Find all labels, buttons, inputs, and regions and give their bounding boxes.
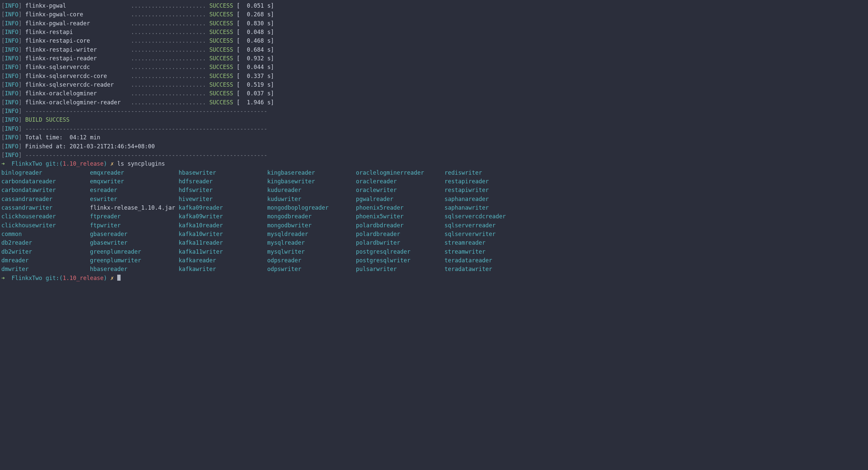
module-name: flinkx-pgwal-reader [25, 20, 131, 27]
terminal-line: [INFO] flinkx-restapi-reader ...........… [1, 54, 867, 63]
ls-entry: postgresqlreader [356, 248, 444, 255]
cursor[interactable] [117, 275, 121, 281]
ls-entry: polardbdreader [356, 222, 444, 229]
build-time: [ 1.946 s] [233, 99, 274, 106]
bracket-close: ] [18, 11, 25, 18]
ls-entry: mysqldreader [267, 231, 356, 237]
log-level: INFO [5, 37, 18, 44]
log-level: INFO [5, 11, 18, 18]
log-level: INFO [5, 108, 18, 114]
module-name: flinkx-oraclelogminer-reader [25, 99, 131, 106]
build-time: [ 0.468 s] [233, 37, 274, 44]
ls-entry: greenplumreader [90, 248, 179, 255]
bracket-open: [ [1, 73, 5, 79]
shell-command: ls syncplugins [117, 160, 165, 167]
build-time: [ 0.932 s] [233, 55, 274, 62]
terminal-line: [INFO] flinkx-pgwal ....................… [1, 1, 867, 10]
build-time: [ 0.048 s] [233, 29, 274, 35]
bracket-open: [ [1, 64, 5, 70]
status-success: SUCCESS [209, 11, 233, 18]
ls-entry: saphanawriter [445, 204, 489, 211]
bracket-open: [ [1, 55, 5, 62]
status-success: SUCCESS [209, 29, 233, 35]
ls-entry: cassandrawriter [1, 204, 90, 211]
dots: ...................... [131, 20, 209, 27]
ls-entry: greenplumwriter [90, 257, 179, 264]
build-time: [ 0.684 s] [233, 46, 274, 53]
log-level: INFO [5, 152, 18, 158]
git-close: ) [103, 275, 110, 281]
prompt-dir: FlinkxTwo [12, 160, 45, 167]
dots: ...................... [131, 37, 209, 44]
ls-entry: kafka11writer [179, 248, 267, 255]
terminal-line: db2reader gbasewriter kafka11reader mysq… [1, 238, 867, 247]
ls-entry: pulsarwriter [356, 266, 444, 272]
dots: ...................... [131, 55, 209, 62]
status-success: SUCCESS [209, 20, 233, 27]
status-success: SUCCESS [209, 73, 233, 79]
terminal-line: [INFO] flinkx-sqlservercdc-reader ......… [1, 80, 867, 89]
bracket-open: [ [1, 37, 5, 44]
ls-entry: kafkareader [179, 257, 267, 264]
bracket-open: [ [1, 108, 5, 114]
ls-entry: kafka10reader [179, 222, 267, 229]
terminal-line: [INFO] flinkx-pgwal-core ...............… [1, 10, 867, 19]
ls-entry: cassandrareader [1, 196, 90, 202]
terminal-line: [INFO] flinkx-oraclelogminer ...........… [1, 89, 867, 98]
rule: ----------------------------------------… [25, 125, 268, 132]
ls-entry: postgresqlwriter [356, 257, 444, 264]
ls-entry: phoenix5writer [356, 213, 444, 220]
ls-entry: clickhousewriter [1, 222, 90, 229]
status-success: SUCCESS [209, 99, 233, 106]
terminal-line: [INFO] ---------------------------------… [1, 107, 867, 115]
terminal-line: [INFO] flinkx-sqlservercdc-core ........… [1, 72, 867, 80]
total-time-label: Total time: [25, 134, 70, 141]
bracket-open: [ [1, 46, 5, 53]
ls-entry: polardbwriter [356, 239, 444, 246]
ls-entry: flinkx-release_1.10.4.jar [90, 204, 179, 211]
ls-entry: common [1, 231, 90, 237]
build-time: [ 0.268 s] [233, 11, 274, 18]
ls-entry: dmreader [1, 257, 90, 264]
terminal-line: [INFO] Total time: 04:12 min [1, 133, 867, 142]
ls-entry: hbasereader [90, 266, 179, 272]
bracket-open: [ [1, 11, 5, 18]
dots: ...................... [131, 2, 209, 9]
bracket-close: ] [18, 29, 25, 35]
git-branch: 1.10_release [63, 275, 103, 281]
module-name: flinkx-sqlservercdc [25, 64, 131, 70]
log-level: INFO [5, 2, 18, 9]
status-success: SUCCESS [209, 37, 233, 44]
ls-entry: oraclelogminerreader [356, 169, 444, 176]
module-name: flinkx-sqlservercdc-reader [25, 81, 131, 88]
ls-entry: kuduwriter [267, 196, 356, 202]
ls-entry: hdfsreader [179, 178, 267, 185]
bracket-close: ] [18, 134, 25, 141]
git-branch: 1.10_release [63, 160, 103, 167]
ls-entry: polardbreader [356, 231, 444, 237]
ls-entry: ftpreader [90, 213, 179, 220]
module-name: flinkx-pgwal [25, 2, 131, 9]
ls-entry: emqxwriter [90, 178, 179, 185]
terminal[interactable]: [INFO] flinkx-pgwal ....................… [0, 0, 868, 285]
ls-entry: dmwriter [1, 266, 90, 272]
log-level: INFO [5, 73, 18, 79]
terminal-line: [INFO] flinkx-pgwal-reader .............… [1, 19, 867, 28]
log-level: INFO [5, 134, 18, 141]
git-close: ) [103, 160, 110, 167]
log-level: INFO [5, 143, 18, 150]
ls-entry: mongodbwriter [267, 222, 356, 229]
dots: ...................... [131, 73, 209, 79]
status-success: SUCCESS [209, 81, 233, 88]
log-level: INFO [5, 116, 18, 123]
bracket-close: ] [18, 81, 25, 88]
bracket-open: [ [1, 99, 5, 106]
ls-entry: teradatawriter [445, 266, 492, 272]
bracket-open: [ [1, 134, 5, 141]
ls-entry: kafka09reader [179, 204, 267, 211]
ls-entry: rediswriter [445, 169, 482, 176]
terminal-line: [INFO] Finished at: 2021-03-21T21:46:54+… [1, 142, 867, 151]
dots: ...................... [131, 29, 209, 35]
ls-entry: odpswriter [267, 266, 356, 272]
terminal-line: common gbasereader kafka10writer mysqldr… [1, 230, 867, 238]
